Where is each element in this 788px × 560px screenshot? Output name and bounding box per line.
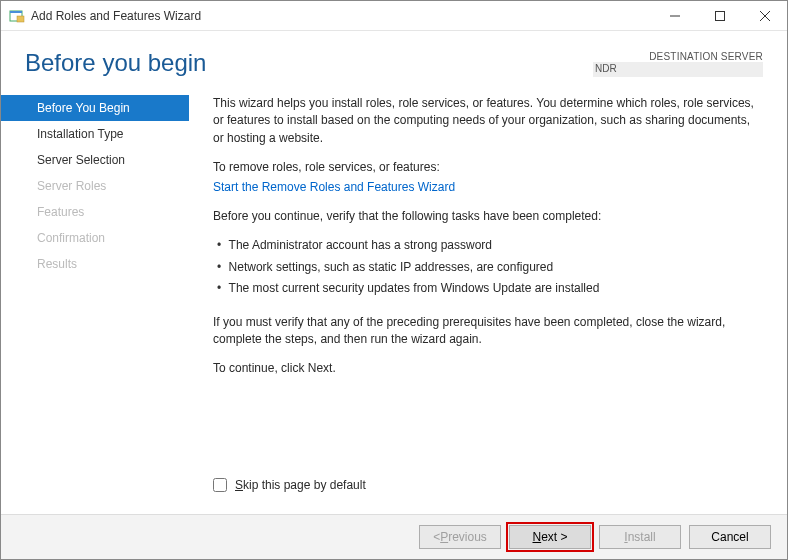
cancel-button[interactable]: Cancel	[689, 525, 771, 549]
skip-label[interactable]: Skip this page by default	[235, 477, 366, 494]
sidebar-item-label: Confirmation	[37, 231, 105, 245]
titlebar: Add Roles and Features Wizard	[1, 1, 787, 31]
sidebar-item-label: Server Roles	[37, 179, 106, 193]
page-title: Before you begin	[25, 49, 206, 77]
content-pane: This wizard helps you install roles, rol…	[189, 87, 787, 514]
skip-row: Skip this page by default	[213, 469, 763, 506]
svg-rect-2	[17, 16, 24, 22]
header: Before you begin DESTINATION SERVER NDR	[1, 31, 787, 87]
sidebar-item-features: Features	[1, 199, 189, 225]
sidebar-item-installation-type[interactable]: Installation Type	[1, 121, 189, 147]
sidebar-item-label: Results	[37, 257, 77, 271]
sidebar-item-server-roles: Server Roles	[1, 173, 189, 199]
skip-checkbox[interactable]	[213, 478, 227, 492]
install-button: Install	[599, 525, 681, 549]
sidebar-item-before-you-begin[interactable]: Before You Begin	[1, 95, 189, 121]
verify-note-text: If you must verify that any of the prece…	[213, 314, 763, 349]
window-title: Add Roles and Features Wizard	[31, 9, 652, 23]
intro-text: This wizard helps you install roles, rol…	[213, 95, 763, 147]
verify-intro-text: Before you continue, verify that the fol…	[213, 208, 763, 225]
remove-roles-link[interactable]: Start the Remove Roles and Features Wiza…	[213, 180, 455, 194]
continue-note-text: To continue, click Next.	[213, 360, 763, 377]
svg-rect-4	[715, 11, 724, 20]
sidebar-item-label: Server Selection	[37, 153, 125, 167]
destination-label: DESTINATION SERVER	[583, 51, 763, 62]
maximize-button[interactable]	[697, 1, 742, 31]
sidebar-item-label: Installation Type	[37, 127, 124, 141]
previous-button: < Previous	[419, 525, 501, 549]
sidebar-item-label: Before You Begin	[37, 101, 130, 115]
sidebar-item-server-selection[interactable]: Server Selection	[1, 147, 189, 173]
close-button[interactable]	[742, 1, 787, 31]
minimize-button[interactable]	[652, 1, 697, 31]
wizard-steps-sidebar: Before You Begin Installation Type Serve…	[1, 87, 189, 514]
list-item: Network settings, such as static IP addr…	[217, 259, 763, 276]
list-item: The Administrator account has a strong p…	[217, 237, 763, 254]
list-item: The most current security updates from W…	[217, 280, 763, 297]
prerequisites-list: The Administrator account has a strong p…	[213, 237, 763, 301]
app-icon	[9, 8, 25, 24]
footer: < Previous Next > Install Cancel	[1, 514, 787, 559]
destination-block: DESTINATION SERVER NDR	[583, 51, 763, 77]
sidebar-item-results: Results	[1, 251, 189, 277]
main: Before You Begin Installation Type Serve…	[1, 87, 787, 514]
window-controls	[652, 1, 787, 31]
remove-intro-text: To remove roles, role services, or featu…	[213, 159, 763, 176]
next-button[interactable]: Next >	[509, 525, 591, 549]
sidebar-item-confirmation: Confirmation	[1, 225, 189, 251]
svg-rect-1	[10, 11, 22, 13]
destination-server: NDR	[593, 62, 763, 77]
sidebar-item-label: Features	[37, 205, 84, 219]
